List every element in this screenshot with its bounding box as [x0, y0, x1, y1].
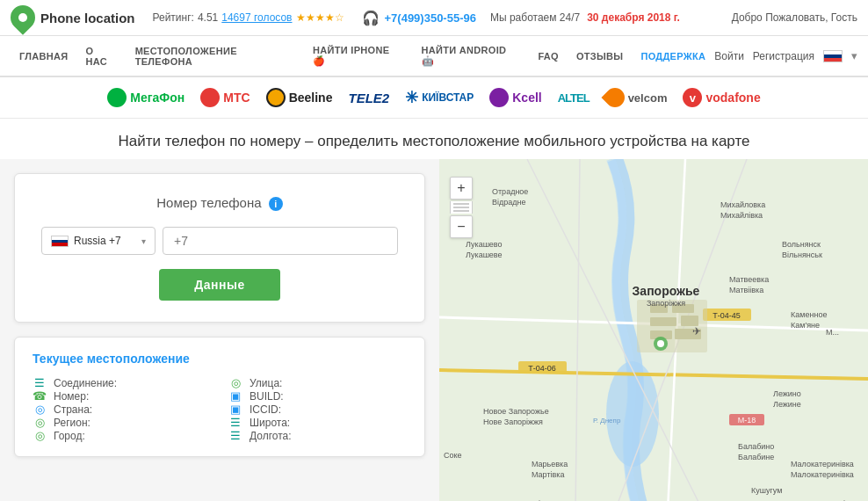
svg-text:Отрадное: Отрадное — [492, 187, 528, 196]
svg-text:Михайловка: Михайловка — [720, 200, 765, 209]
phone-section: 🎧 +7(499)350-55-96 — [362, 10, 476, 26]
svg-text:Р. Днепр: Р. Днепр — [593, 417, 621, 425]
map-controls: + − — [450, 177, 473, 238]
velcom-icon — [601, 84, 628, 111]
number-label: Номер: — [54, 390, 89, 403]
logo-pin-icon — [5, 0, 40, 35]
zoom-step-2 — [453, 207, 469, 208]
svg-text:Малокатеринівка: Малокатеринівка — [791, 460, 854, 468]
site-header: Phone location Рейтинг: 4.51 14697 голос… — [0, 0, 868, 36]
field-build: ▣ BUILD: — [228, 389, 407, 403]
phone-card-title: Номер телефона i — [41, 195, 398, 211]
nav-location[interactable]: МЕСТОПОЛОЖЕНИЕ ТЕЛЕФОНА — [127, 37, 304, 76]
register-link[interactable]: Регистрация — [753, 50, 814, 62]
votes-link[interactable]: 14697 голосов — [221, 11, 292, 24]
carrier-vodafone[interactable]: v vodafone — [683, 88, 760, 107]
country-select[interactable]: Russia +7 ▾ — [41, 227, 156, 255]
svg-text:Нове Запоріжжя: Нове Запоріжжя — [483, 418, 543, 426]
nav-reviews[interactable]: ОТЗЫВЫ — [568, 42, 632, 70]
field-country: ◎ Страна: — [33, 403, 211, 416]
nav-home[interactable]: ГЛАВНАЯ — [11, 42, 76, 70]
zoom-in-button[interactable]: + — [450, 177, 473, 200]
city-label: Город: — [54, 430, 85, 442]
svg-text:Балабине: Балабине — [738, 453, 774, 461]
site-logo[interactable]: Phone location — [11, 5, 135, 30]
language-flag[interactable] — [823, 50, 843, 62]
language-dropdown-arrow[interactable]: ▾ — [851, 49, 857, 62]
svg-text:Соке: Соке — [444, 451, 462, 460]
svg-text:Лукашеве: Лукашеве — [466, 250, 503, 259]
location-grid: ☰ Соединение: ☎ Номер: ◎ Страна: ◎ Регио… — [33, 376, 407, 442]
svg-text:Матвіівка: Матвіівка — [729, 286, 763, 294]
region-icon: ◎ — [33, 416, 47, 429]
svg-text:Кушугум: Кушугум — [751, 486, 782, 495]
nav-right-section: Войти Регистрация ▾ — [714, 49, 857, 62]
search-button[interactable]: Данные — [159, 269, 279, 301]
city-icon: ◎ — [33, 429, 47, 442]
street-label: Улица: — [250, 377, 282, 389]
map-panel[interactable]: Т-04-06 Т-04-45 М-18 Запорожье Запоріжжя… — [439, 159, 868, 501]
beeline-label: Beeline — [289, 91, 333, 105]
carrier-kcell[interactable]: Kcell — [489, 88, 541, 107]
build-label: BUILD: — [250, 390, 284, 403]
rating-value: 4.51 — [198, 11, 218, 24]
latitude-label: Широта: — [250, 417, 290, 429]
nav-find-android[interactable]: НАЙТИ ANDROID 🤖 — [413, 36, 530, 76]
phone-card: Номер телефона i Russia +7 ▾ Данные — [14, 173, 425, 323]
svg-text:✈: ✈ — [692, 325, 701, 338]
country-dropdown-arrow-icon: ▾ — [141, 236, 146, 246]
work-hours: Мы работаем 24/7 — [490, 11, 580, 24]
nav-support[interactable]: ПОДДЕРЖКА — [632, 42, 714, 70]
svg-text:Балабино: Балабино — [738, 442, 774, 451]
left-panel: Номер телефона i Russia +7 ▾ Данные Теку… — [0, 159, 439, 501]
carrier-megafon[interactable]: МегаФон — [107, 88, 184, 107]
velcom-label: velcom — [628, 91, 668, 105]
field-latitude: ☰ Широта: — [228, 416, 407, 429]
svg-text:М...: М... — [826, 328, 839, 337]
map-svg: Т-04-06 Т-04-45 М-18 Запорожье Запоріжжя… — [439, 159, 868, 501]
svg-text:Матвеевка: Матвеевка — [729, 275, 769, 284]
phone-input-row: Russia +7 ▾ — [41, 227, 398, 255]
svg-text:Марьевка: Марьевка — [532, 460, 568, 468]
svg-text:Т-04-45: Т-04-45 — [712, 311, 741, 320]
iccid-icon: ▣ — [228, 403, 242, 416]
login-link[interactable]: Войти — [714, 50, 744, 62]
mts-icon — [200, 88, 220, 107]
logo-text: Phone location — [40, 11, 135, 25]
carrier-beeline[interactable]: Beeline — [266, 88, 333, 107]
carrier-mts[interactable]: МТС — [200, 88, 250, 107]
field-iccid: ▣ ICCID: — [228, 403, 407, 416]
phone-label: Номер телефона — [156, 195, 261, 210]
location-card: Текущее местоположение ☰ Соединение: ☎ Н… — [14, 337, 425, 457]
svg-rect-17 — [650, 317, 676, 326]
zoom-out-button[interactable]: − — [450, 215, 473, 238]
longitude-label: Долгота: — [250, 430, 292, 442]
region-label: Регион: — [54, 417, 90, 429]
nav-faq[interactable]: FAQ — [529, 42, 568, 70]
info-icon[interactable]: i — [269, 197, 283, 211]
nav-find-iphone[interactable]: НАЙТИ IPHONE 🍎 — [304, 36, 413, 76]
carrier-tele2[interactable]: TELE2 — [348, 91, 389, 105]
svg-text:Кам'яне: Кам'яне — [791, 321, 820, 330]
location-right-col: ◎ Улица: ▣ BUILD: ▣ ICCID: ☰ Широта: — [228, 376, 407, 442]
field-longitude: ☰ Долгота: — [228, 429, 407, 442]
beeline-icon — [266, 88, 286, 107]
carrier-kyivstar[interactable]: ✳ КИЇВСТАР — [405, 88, 474, 107]
phone-number[interactable]: +7(499)350-55-96 — [385, 11, 476, 25]
svg-text:Новое Запорожье: Новое Запорожье — [483, 407, 549, 416]
connection-icon: ☰ — [33, 376, 47, 389]
nav-about[interactable]: О НАС — [76, 37, 126, 76]
svg-text:Відрадне: Відрадне — [492, 198, 526, 207]
phone-number-input[interactable] — [163, 227, 398, 255]
vodafone-icon: v — [683, 88, 702, 107]
svg-text:Михайлівка: Михайлівка — [720, 211, 763, 220]
svg-text:Лежине: Лежине — [773, 400, 801, 409]
header-date: 30 декабря 2018 г. — [587, 11, 680, 24]
build-icon: ▣ — [228, 389, 242, 403]
zoom-step-3 — [453, 210, 469, 212]
carrier-altel[interactable]: ALTEL — [558, 91, 590, 105]
russia-flag-icon — [51, 236, 69, 247]
carrier-velcom[interactable]: velcom — [605, 88, 668, 107]
main-content: Номер телефона i Russia +7 ▾ Данные Теку… — [0, 159, 868, 501]
field-connection: ☰ Соединение: — [33, 376, 211, 389]
